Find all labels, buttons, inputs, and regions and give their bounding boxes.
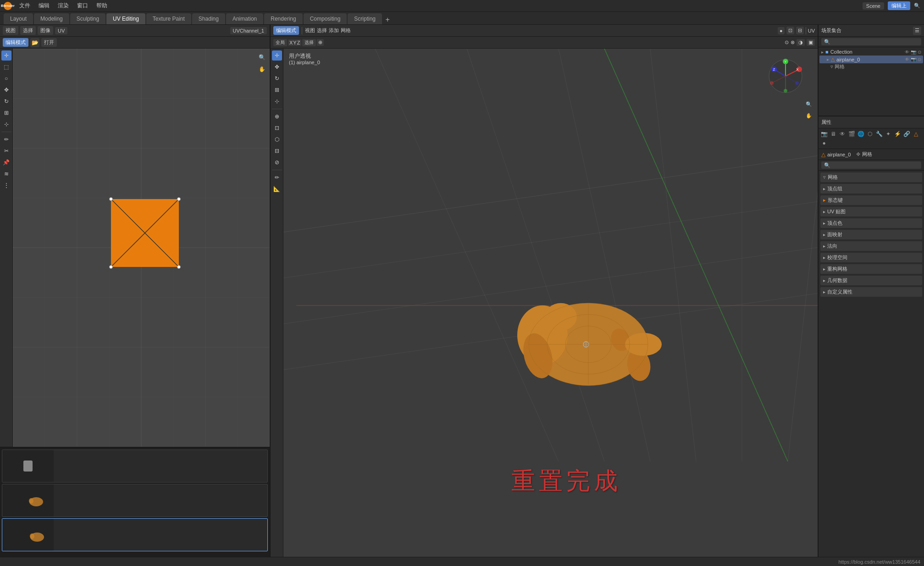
- prop-material-icon[interactable]: ●: [819, 139, 829, 148]
- uv-select-btn[interactable]: 选择: [20, 26, 36, 35]
- scene-selector[interactable]: Scene: [863, 2, 884, 10]
- hand-icon[interactable]: ✋: [257, 64, 267, 74]
- overlay-btn[interactable]: ⊙: [785, 39, 789, 45]
- transform-tool[interactable]: ⊹: [1, 119, 11, 129]
- tab-animation[interactable]: Animation: [226, 13, 263, 24]
- pin-tool[interactable]: 📌: [1, 157, 11, 167]
- scale-tool[interactable]: ⊞: [1, 108, 11, 118]
- vp-measure-tool[interactable]: 📐: [272, 184, 282, 194]
- uv-uv-btn[interactable]: UV: [55, 27, 67, 34]
- vp-pan-icon[interactable]: ✋: [804, 111, 814, 121]
- prop-physics-icon[interactable]: ⚡: [893, 129, 902, 139]
- prop-output-icon[interactable]: 🖥: [829, 129, 838, 139]
- thumbnail-1[interactable]: [2, 449, 268, 483]
- xray-toggle[interactable]: ▣: [807, 39, 815, 46]
- tab-shading[interactable]: Shading: [192, 13, 225, 24]
- nav-gizmo[interactable]: X Y Z: [767, 58, 804, 94]
- prop-particle-icon[interactable]: ✦: [884, 129, 893, 139]
- tab-modeling[interactable]: Modeling: [34, 13, 69, 24]
- search-icon-top[interactable]: 🔍: [914, 3, 920, 9]
- move-tool[interactable]: ✥: [1, 85, 11, 95]
- uv-open-text[interactable]: 打开: [41, 38, 57, 47]
- outliner-search[interactable]: [821, 38, 921, 45]
- uv-channel-selector[interactable]: UVChannel_1: [230, 27, 267, 34]
- menu-window[interactable]: 窗口: [73, 1, 92, 11]
- cut-tool[interactable]: ✂: [1, 146, 11, 156]
- face-icon-btn[interactable]: ⊟: [796, 27, 804, 34]
- viewport-shading[interactable]: 编辑上: [888, 1, 910, 10]
- global-btn[interactable]: 全局: [273, 39, 287, 46]
- tab-sculpting[interactable]: Sculpting: [70, 13, 105, 24]
- vp-cursor-tool[interactable]: ✛: [272, 50, 282, 61]
- uv-handle-bottom-right[interactable]: [177, 265, 181, 269]
- custom-props-header[interactable]: ▸ 自定义属性: [820, 287, 922, 297]
- vp-rotate-tool[interactable]: ↻: [272, 73, 282, 83]
- relax-tool[interactable]: ≋: [1, 169, 11, 179]
- prop-modifier-icon[interactable]: 🔧: [874, 129, 884, 139]
- tab-scripting[interactable]: Scripting: [348, 13, 382, 24]
- menu-help[interactable]: 帮助: [93, 1, 111, 11]
- vp-inset-tool[interactable]: ⊡: [272, 123, 282, 133]
- prop-scene-icon[interactable]: 🎬: [847, 129, 856, 139]
- search-icon[interactable]: 🔍: [257, 52, 267, 62]
- uv-open-btn[interactable]: 📂: [30, 38, 39, 47]
- prop-view-icon[interactable]: 👁: [838, 129, 847, 139]
- props-search[interactable]: [821, 161, 921, 169]
- shape-keys-header[interactable]: ▸ 形态键: [820, 195, 922, 205]
- uv-menu-vp[interactable]: UV: [808, 28, 815, 33]
- vertex-groups-header[interactable]: ▸ 顶点组: [820, 184, 922, 194]
- menu-render[interactable]: 渲染: [54, 1, 72, 11]
- uv-canvas[interactable]: [13, 49, 270, 447]
- menu-edit[interactable]: 编辑: [35, 1, 53, 11]
- uv-maps-header[interactable]: ▸ UV 贴图: [820, 207, 922, 216]
- vp-annotate-tool[interactable]: ✏: [272, 172, 282, 183]
- vp-transform-tool[interactable]: ⊹: [272, 96, 282, 106]
- edit-mode-btn[interactable]: 编辑模式: [273, 26, 299, 35]
- thumbnail-2[interactable]: [2, 484, 268, 517]
- prop-constraint-icon[interactable]: 🔗: [902, 129, 911, 139]
- normals-header[interactable]: ▸ 法向: [820, 241, 922, 251]
- tab-texture-paint[interactable]: Texture Paint: [146, 13, 191, 24]
- vertex-icon-btn[interactable]: ●: [778, 27, 785, 34]
- outliner-filter-btn[interactable]: ☰: [913, 27, 921, 35]
- annotate-tool[interactable]: ✏: [1, 134, 11, 144]
- edge-icon-btn[interactable]: ⊡: [786, 27, 794, 34]
- prop-object-icon[interactable]: ⬡: [865, 129, 874, 139]
- stitch-tool[interactable]: ⋮: [1, 180, 11, 190]
- select-circle-tool[interactable]: ○: [1, 73, 11, 83]
- vp-move-tool[interactable]: ✥: [272, 62, 282, 72]
- gizmo-btn[interactable]: ⊗: [791, 39, 795, 45]
- select-menu[interactable]: 选择: [317, 27, 327, 34]
- vp-bevel-tool[interactable]: ⬡: [272, 134, 282, 144]
- cursor-tool[interactable]: ✛: [1, 50, 11, 61]
- tab-layout[interactable]: Layout: [4, 13, 33, 24]
- uv-handle-top-left[interactable]: [109, 197, 113, 201]
- face-mapping-header[interactable]: ▸ 面映射: [820, 230, 922, 239]
- vp-search-icon[interactable]: 🔍: [804, 99, 814, 109]
- vp-scale-tool[interactable]: ⊞: [272, 85, 282, 95]
- texture-space-header[interactable]: ▸ 校理空间: [820, 253, 922, 262]
- xyz-toggle[interactable]: XYZ: [288, 39, 301, 46]
- prop-render-icon[interactable]: 📷: [819, 129, 829, 139]
- tab-compositing[interactable]: Compositing: [304, 13, 347, 24]
- rotate-tool[interactable]: ↻: [1, 96, 11, 106]
- uv-handle-corner[interactable]: [109, 265, 113, 269]
- uv-image-btn[interactable]: 图像: [38, 26, 53, 35]
- select-box-tool[interactable]: ⬚: [1, 62, 11, 72]
- blender-logo[interactable]: Blender: [4, 2, 12, 10]
- vp-extrude-tool[interactable]: ⊕: [272, 111, 282, 122]
- geometry-data-header[interactable]: ▸ 几何数据: [820, 276, 922, 285]
- uv-mode-btn[interactable]: 编辑模式: [3, 38, 28, 47]
- remesh-header[interactable]: ▸ 重构网格: [820, 264, 922, 274]
- shading-toggle[interactable]: ◑: [797, 39, 805, 46]
- vp-knife-tool[interactable]: ⊘: [272, 157, 282, 167]
- menu-file[interactable]: 文件: [16, 1, 34, 11]
- uv-view-btn[interactable]: 视图: [3, 26, 18, 35]
- prop-world-icon[interactable]: 🌐: [856, 129, 865, 139]
- select-btn[interactable]: 选择: [302, 39, 316, 46]
- airplane-item[interactable]: ▸ △ airplane_0 👁 📷 ⊙: [819, 55, 923, 63]
- tab-rendering[interactable]: Rendering: [264, 13, 302, 24]
- vp-loop-cut-tool[interactable]: ⊟: [272, 146, 282, 156]
- add-workspace-tab[interactable]: +: [383, 15, 392, 24]
- add-menu[interactable]: 添加: [329, 27, 339, 34]
